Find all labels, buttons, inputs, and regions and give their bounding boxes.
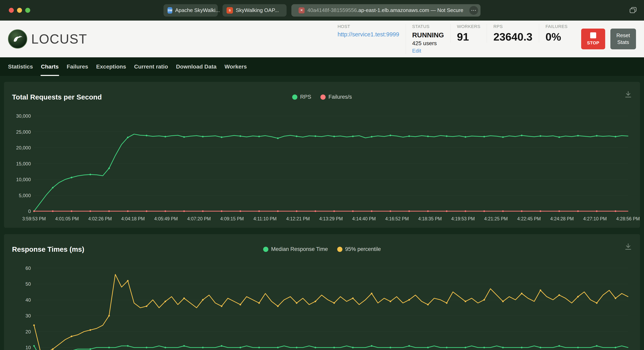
stat-status: STATUS RUNNING 425 users Edit	[406, 24, 450, 54]
browser-tab-label: Apache SkyWalki...	[175, 7, 220, 13]
tab-overview-icon[interactable]	[629, 6, 637, 14]
header-buttons: STOP Reset Stats	[581, 28, 636, 49]
rps-label: RPS	[493, 24, 532, 29]
svg-text:10,000: 10,000	[16, 177, 31, 182]
browser-tab-skywalking-oap[interactable]: S SkyWalking OAP...	[222, 4, 286, 16]
reset-stats-label: Reset Stats	[614, 32, 633, 46]
svg-text:4:16:52 PM: 4:16:52 PM	[385, 216, 409, 221]
svg-text:4:07:20 PM: 4:07:20 PM	[187, 216, 211, 221]
legend-item-median[interactable]: Median Response Time	[263, 246, 328, 252]
browser-tab-label: SkyWalking OAP...	[236, 7, 279, 13]
zoom-window-button[interactable]	[25, 8, 30, 13]
close-tab-icon[interactable]: ✕	[298, 7, 304, 13]
skywalking-oap-favicon-icon: S	[226, 7, 233, 13]
stats-row: HOST http://service1.test:9999 STATUS RU…	[331, 24, 574, 54]
skywalking-favicon-icon: SW	[168, 7, 172, 13]
rps-chart-plot: 05,00010,00015,00020,00025,00030,0003:59…	[4, 82, 640, 228]
legend-label: Median Response Time	[271, 246, 328, 252]
legend-label: 95% percentile	[345, 246, 381, 252]
svg-text:4:18:35 PM: 4:18:35 PM	[418, 216, 442, 221]
status-value: RUNNING	[412, 31, 444, 39]
url-rest: .ap-east-1.elb.amazonaws.com — Not Secur…	[357, 7, 463, 13]
main-nav: Statistics Charts Failures Exceptions Cu…	[0, 57, 644, 76]
svg-text:4:11:10 PM: 4:11:10 PM	[253, 216, 276, 221]
legend-item-failures[interactable]: Failures/s	[320, 94, 352, 100]
svg-text:20,000: 20,000	[16, 145, 31, 151]
legend-dot-icon	[263, 247, 268, 252]
tab-workers[interactable]: Workers	[220, 57, 251, 76]
tab-failures[interactable]: Failures	[63, 57, 92, 76]
svg-text:4:01:05 PM: 4:01:05 PM	[55, 216, 79, 221]
chart-legend: Median Response Time 95% percentile	[4, 246, 640, 252]
rps-value: 23640.3	[493, 31, 532, 42]
stop-button-label: STOP	[587, 40, 599, 45]
status-users: 425 users	[412, 40, 444, 46]
minimize-window-button[interactable]	[17, 8, 22, 13]
rps-chart-card: 05,00010,00015,00020,00025,00030,0003:59…	[4, 82, 640, 228]
logo-text: LOCUST	[31, 31, 87, 46]
svg-text:50: 50	[26, 281, 31, 287]
download-chart-icon[interactable]	[624, 242, 632, 251]
browser-tab-active-address-bar[interactable]: ✕ 40a4148f-381559556.ap-east-1.elb.amazo…	[292, 4, 480, 16]
tab-current-ratio[interactable]: Current ratio	[130, 57, 172, 76]
svg-text:4:22:45 PM: 4:22:45 PM	[517, 216, 541, 221]
tab-download-data[interactable]: Download Data	[172, 57, 220, 76]
svg-text:5,000: 5,000	[19, 193, 31, 198]
legend-item-rps[interactable]: RPS	[292, 94, 312, 100]
svg-text:30,000: 30,000	[16, 113, 31, 119]
workers-value: 91	[457, 31, 480, 42]
window-controls	[9, 8, 30, 13]
legend-label: Failures/s	[328, 94, 352, 100]
reset-stats-button[interactable]: Reset Stats	[610, 28, 636, 49]
workers-label: WORKERS	[457, 24, 480, 29]
svg-text:4:27:10 PM: 4:27:10 PM	[583, 216, 607, 221]
stat-failures: FAILURES 0%	[539, 24, 574, 42]
svg-text:4:13:29 PM: 4:13:29 PM	[319, 216, 343, 221]
failures-label: FAILURES	[546, 24, 568, 29]
locust-header: LOCUST HOST http://service1.test:9999 ST…	[0, 20, 644, 57]
browser-chrome: SW Apache SkyWalki... S SkyWalking OAP..…	[0, 0, 644, 20]
close-window-button[interactable]	[9, 8, 14, 13]
stop-button[interactable]: STOP	[581, 28, 605, 49]
svg-text:3:59:53 PM: 3:59:53 PM	[22, 216, 46, 221]
stop-icon	[590, 32, 596, 38]
charts-page: 05,00010,00015,00020,00025,00030,0003:59…	[0, 76, 644, 350]
browser-tab-apache-skywalking[interactable]: SW Apache SkyWalki...	[164, 4, 218, 16]
svg-text:20: 20	[26, 329, 31, 335]
legend-item-p95[interactable]: 95% percentile	[337, 246, 381, 252]
svg-text:4:19:53 PM: 4:19:53 PM	[451, 216, 475, 221]
browser-tab-strip: SW Apache SkyWalki... S SkyWalking OAP..…	[164, 4, 480, 16]
address-url: 40a4148f-381559556.ap-east-1.elb.amazona…	[308, 7, 463, 13]
legend-dot-icon	[292, 95, 298, 100]
svg-text:4:14:40 PM: 4:14:40 PM	[352, 216, 376, 221]
svg-text:4:24:28 PM: 4:24:28 PM	[550, 216, 574, 221]
svg-text:4:09:15 PM: 4:09:15 PM	[220, 216, 244, 221]
host-label: HOST	[338, 24, 399, 29]
failures-value: 0%	[546, 31, 568, 42]
legend-dot-icon	[337, 247, 342, 252]
tab-statistics[interactable]: Statistics	[4, 57, 37, 76]
svg-text:10: 10	[26, 345, 31, 350]
svg-text:4:05:49 PM: 4:05:49 PM	[154, 216, 178, 221]
svg-text:4:02:26 PM: 4:02:26 PM	[88, 216, 112, 221]
status-label: STATUS	[412, 24, 444, 29]
page-menu-icon[interactable]: ⋯	[469, 6, 478, 15]
svg-text:4:21:25 PM: 4:21:25 PM	[484, 216, 508, 221]
svg-text:60: 60	[26, 266, 31, 271]
tab-charts[interactable]: Charts	[37, 57, 63, 76]
svg-text:4:28:56 PM: 4:28:56 PM	[616, 216, 640, 221]
stat-host: HOST http://service1.test:9999	[331, 24, 406, 38]
stat-workers: WORKERS 91	[450, 24, 487, 42]
edit-link[interactable]: Edit	[412, 48, 421, 54]
svg-text:30: 30	[26, 313, 31, 319]
svg-text:25,000: 25,000	[16, 129, 31, 135]
host-link[interactable]: http://service1.test:9999	[338, 31, 399, 37]
download-chart-icon[interactable]	[624, 90, 632, 99]
url-prefix: 40a4148f-381559556	[308, 7, 357, 13]
locust-logo: LOCUST	[8, 29, 87, 48]
svg-text:15,000: 15,000	[16, 161, 31, 167]
legend-label: RPS	[300, 94, 312, 100]
tab-exceptions[interactable]: Exceptions	[92, 57, 130, 76]
legend-dot-icon	[320, 95, 326, 100]
response-times-chart-card: 1020304050603:59:53 PM4:01:05 PM4:02:26 …	[4, 234, 640, 350]
